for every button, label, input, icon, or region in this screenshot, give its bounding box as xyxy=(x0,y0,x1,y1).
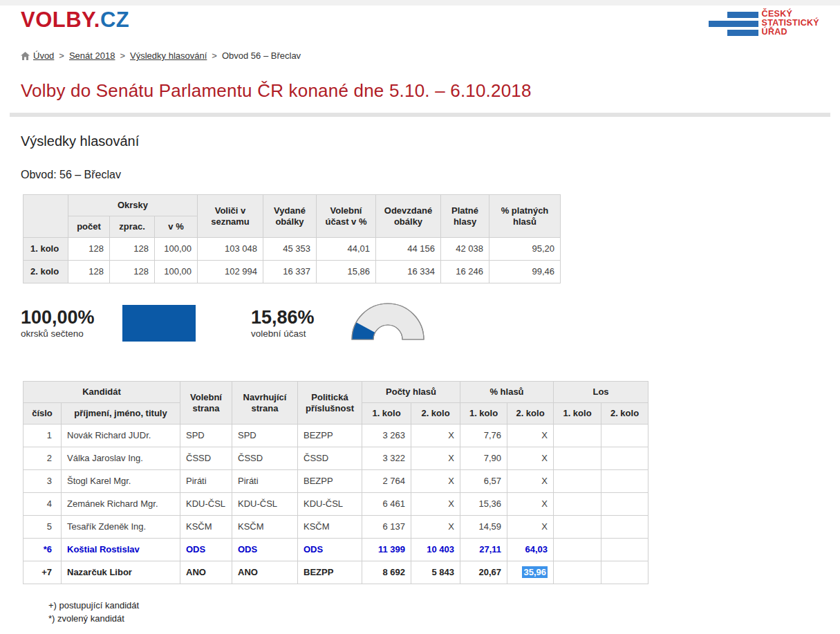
cell-pct-round1: 7,90 xyxy=(460,447,507,470)
cell-political-affiliation: BEZPP xyxy=(298,561,362,584)
cell-name: Tesařík Zdeněk Ing. xyxy=(62,516,180,539)
footnote-elected: *) zvolený kandidát xyxy=(48,613,840,626)
cell-nominating-party: ODS xyxy=(232,539,298,561)
header-politicka-prislusnost: Politická příslušnost xyxy=(298,382,362,425)
cell-pct-platnych: 95,20 xyxy=(489,238,561,261)
cell-pct-round2: X xyxy=(507,516,554,539)
section-heading: Výsledky hlasování xyxy=(21,133,819,149)
cell-los-round1 xyxy=(554,561,601,584)
cell-nominating-party: SPD xyxy=(232,425,298,447)
header-volici-v-seznamu: Voliči v seznamu xyxy=(198,195,263,238)
cell-votes-round2: X xyxy=(411,425,460,447)
cell-platne: 42 038 xyxy=(441,238,489,261)
cell-pct-round1: 14,59 xyxy=(460,516,507,539)
header-volebni-strana: Volební strana xyxy=(180,382,232,425)
volby-logo[interactable]: VOLBY.CZ xyxy=(21,8,129,32)
cell-odevzdane: 44 156 xyxy=(376,238,441,261)
header-pocet: počet xyxy=(68,216,110,238)
cell-platne: 16 246 xyxy=(441,261,489,283)
cell-vydane: 45 353 xyxy=(263,238,317,261)
cell-los-round2 xyxy=(601,516,648,539)
breadcrumb-separator: > xyxy=(59,50,64,61)
cell-nominating-party: ANO xyxy=(232,561,298,584)
cell-political-affiliation: BEZPP xyxy=(298,470,362,493)
cell-number: 5 xyxy=(24,516,62,539)
cell-los-round1 xyxy=(554,470,601,493)
cell-pct-round1: 27,11 xyxy=(460,539,507,561)
breadcrumb-link-senat-2018[interactable]: Senát 2018 xyxy=(69,50,115,61)
stat-turnout: 15,86% volební účast xyxy=(251,307,349,339)
breadcrumb-link-uvod[interactable]: Úvod xyxy=(33,50,54,61)
turnout-gauge-icon xyxy=(349,300,427,344)
stats-section: 100,00% okrsků sečteno 15,86% volební úč… xyxy=(21,303,840,343)
summary-row-kolo1: 1. kolo 128 128 100,00 103 048 45 353 44… xyxy=(24,238,561,261)
header-kolo2: 2. kolo xyxy=(507,403,554,425)
cell-pct-round2: X xyxy=(507,493,554,516)
header-pocty-hlasu: Počty hlasů xyxy=(362,382,460,403)
cell-number: 3 xyxy=(24,470,62,493)
cell-nominating-party: KDU-ČSL xyxy=(232,493,298,516)
header-prijmeni: příjmení, jméno, tituly xyxy=(62,403,180,425)
cell-political-affiliation: ČSSD xyxy=(298,447,362,470)
cell-votes-round1: 11 399 xyxy=(362,539,411,561)
cell-ucast: 44,01 xyxy=(317,238,376,261)
cell-political-affiliation: KSČM xyxy=(298,516,362,539)
cell-pct-round2: 35,96 xyxy=(507,561,554,584)
cell-political-affiliation: ODS xyxy=(298,539,362,561)
cell-okrsky-v-pct: 100,00 xyxy=(155,261,198,283)
header-okrsky: Okrsky xyxy=(68,195,198,216)
counted-progress-bar xyxy=(122,305,196,342)
cell-los-round2 xyxy=(601,425,648,447)
csu-logo-bars-icon xyxy=(709,10,758,37)
cell-name: Nazarčuk Libor xyxy=(62,561,180,584)
header-kolo1: 1. kolo xyxy=(362,403,411,425)
cell-party: ODS xyxy=(180,539,232,561)
candidate-row-elected: *6 Koštial Rostislav ODS ODS ODS 11 399 … xyxy=(24,539,648,561)
header-platne-hlasy: Platné hlasy xyxy=(441,195,489,238)
cell-los-round1 xyxy=(554,425,601,447)
cell-okrsky-zprac: 128 xyxy=(110,261,155,283)
cell-pct-round1: 15,36 xyxy=(460,493,507,516)
cell-pct-round1: 6,57 xyxy=(460,470,507,493)
cell-name: Štogl Karel Mgr. xyxy=(62,470,180,493)
corner-cell xyxy=(24,195,68,238)
cell-los-round2 xyxy=(601,470,648,493)
cell-los-round1 xyxy=(554,539,601,561)
cell-votes-round2: 5 843 xyxy=(411,561,460,584)
cell-political-affiliation: BEZPP xyxy=(298,425,362,447)
cell-party: ČSSD xyxy=(180,447,232,470)
cell-vydane: 16 337 xyxy=(263,261,317,283)
page-header: VOLBY.CZ ČESKÝ STATISTICKÝ ÚŘAD xyxy=(0,6,840,37)
cell-pct-round2: X xyxy=(507,470,554,493)
footnotes: +) postupující kandidát *) zvolený kandi… xyxy=(48,599,840,626)
candidate-row: 3 Štogl Karel Mgr. Piráti Piráti BEZPP 2… xyxy=(24,470,648,493)
cell-los-round1 xyxy=(554,493,601,516)
cell-pct-round2: 64,03 xyxy=(507,539,554,561)
candidate-row: 4 Zemánek Richard Mgr. KDU-ČSL KDU-ČSL K… xyxy=(24,493,648,516)
turnout-percent-value: 15,86% xyxy=(251,307,349,328)
header-kolo2: 2. kolo xyxy=(601,403,648,425)
top-strip xyxy=(0,0,840,6)
footnote-advancing: +) postupující kandidát xyxy=(48,599,840,613)
header-kolo2: 2. kolo xyxy=(411,403,460,425)
header-kolo1: 1. kolo xyxy=(554,403,601,425)
cell-votes-round1: 6 461 xyxy=(362,493,411,516)
cell-name: Novák Richard JUDr. xyxy=(62,425,180,447)
counted-percent-value: 100,00% xyxy=(21,307,122,328)
header-cislo: číslo xyxy=(24,403,62,425)
volby-logo-blue: CZ xyxy=(100,8,129,32)
cell-volici: 102 994 xyxy=(198,261,263,283)
summary-header-row-1: Okrsky Voliči v seznamu Vydané obálky Vo… xyxy=(24,195,561,216)
header-odevzdane-obalky: Odevzdané obálky xyxy=(376,195,441,238)
header-volebni-ucast: Volební účast v % xyxy=(317,195,376,238)
cell-odevzdane: 16 334 xyxy=(376,261,441,283)
volby-logo-red: VOLBY. xyxy=(21,8,100,32)
divider xyxy=(10,113,830,117)
breadcrumb-link-vysledky-hlasovani[interactable]: Výsledky hlasování xyxy=(130,50,207,61)
district-label: Obvod: 56 – Břeclav xyxy=(21,169,819,181)
selected-text: 35,96 xyxy=(522,566,548,578)
csu-logo[interactable]: ČESKÝ STATISTICKÝ ÚŘAD xyxy=(709,10,819,37)
cell-pct-platnych: 99,46 xyxy=(489,261,561,283)
cell-los-round2 xyxy=(601,447,648,470)
summary-row-kolo2: 2. kolo 128 128 100,00 102 994 16 337 15… xyxy=(24,261,561,283)
